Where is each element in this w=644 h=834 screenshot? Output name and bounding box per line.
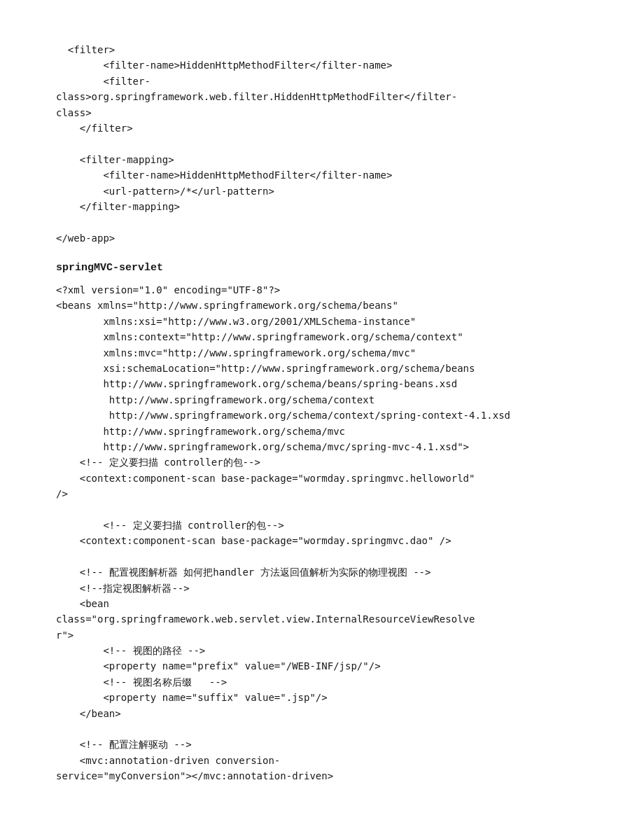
code-block-2: <?xml version="1.0" encoding="UTF-8"?> <…	[56, 282, 616, 784]
page-content: <filter> <filter-name>HiddenHttpMethodFi…	[56, 42, 616, 784]
section-title: springMVC-servlet	[56, 260, 616, 277]
code-block-1: <filter> <filter-name>HiddenHttpMethodFi…	[56, 42, 616, 246]
